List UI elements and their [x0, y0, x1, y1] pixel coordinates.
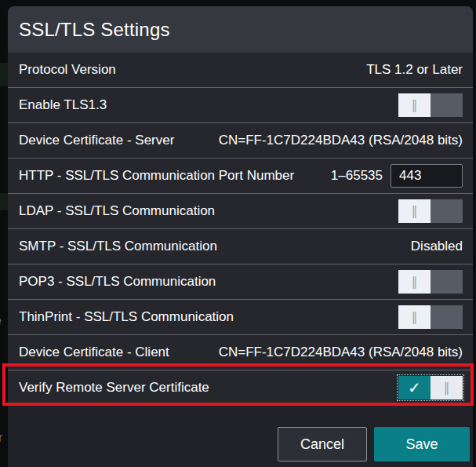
ssl-tls-settings-dialog: SSL/TLS Settings Protocol Version TLS 1.… [8, 6, 473, 467]
row-value: Disabled [411, 239, 463, 254]
toggle-right-segment: ‖ [431, 270, 463, 294]
settings-row[interactable]: SMTP - SSL/TLS Communication Disabled [8, 229, 473, 265]
row-label: ThinPrint - SSL/TLS Communication [19, 309, 398, 325]
background-artifact [0, 63, 8, 86]
row-label: HTTP - SSL/TLS Communication Port Number [19, 168, 331, 184]
toggle-right-segment: ‖ [431, 305, 463, 329]
grip-icon: ‖ [412, 276, 418, 288]
dialog-header: SSL/TLS Settings [8, 6, 473, 53]
dialog-title: SSL/TLS Settings [19, 19, 170, 41]
row-value: TLS 1.2 or Later [366, 62, 463, 78]
settings-row[interactable]: Verify Remote Server Certificate ✓ ‖ ‖ [8, 370, 473, 406]
row-label: POP3 - SSL/TLS Communication [19, 274, 398, 290]
toggle-left-segment: ✓ ‖ [398, 305, 431, 329]
grip-icon: ‖ [412, 100, 418, 111]
toggle-switch[interactable]: ✓ ‖ ‖ [398, 270, 463, 294]
settings-list: Protocol Version TLS 1.2 or Later Enable… [8, 53, 473, 406]
port-input[interactable] [391, 164, 463, 188]
toggle-right-segment: ‖ [431, 199, 463, 223]
toggle-right-segment: ‖ [431, 376, 463, 400]
row-label: Enable TLS1.3 [19, 97, 398, 113]
row-label: LDAP - SSL/TLS Communication [19, 203, 398, 219]
grip-icon: ‖ [444, 382, 450, 394]
settings-row[interactable]: LDAP - SSL/TLS Communication ✓ ‖ ‖ [8, 194, 473, 229]
row-label: SMTP - SSL/TLS Communication [19, 239, 411, 254]
row-label: Device Certificate - Server [19, 133, 219, 148]
row-value: CN=FF-1C7D224BDA43 (RSA/2048 bits) [219, 133, 463, 148]
toggle-left-segment: ✓ ‖ [398, 93, 431, 117]
check-icon: ✓ [408, 380, 421, 396]
settings-row[interactable]: Enable TLS1.3 ✓ ‖ ‖ [8, 88, 473, 123]
settings-row[interactable]: Device Certificate - Client CN=FF-1C7D22… [8, 335, 473, 370]
background-text-fragment: e [0, 314, 2, 328]
settings-row[interactable]: POP3 - SSL/TLS Communication ✓ ‖ ‖ [8, 265, 473, 300]
background-artifact [0, 193, 8, 210]
toggle-left-segment: ✓ ‖ [398, 376, 431, 400]
row-value: CN=FF-1C7D224BDA43 (RSA/2048 bits) [219, 345, 463, 360]
grip-icon: ‖ [412, 312, 418, 323]
settings-row[interactable]: HTTP - SSL/TLS Communication Port Number… [8, 159, 473, 194]
row-label: Device Certificate - Client [19, 345, 219, 360]
settings-row[interactable]: ThinPrint - SSL/TLS Communication ✓ ‖ ‖ [8, 300, 473, 335]
toggle-switch[interactable]: ✓ ‖ ‖ [398, 305, 463, 329]
toggle-right-segment: ‖ [431, 93, 463, 117]
settings-row[interactable]: Protocol Version TLS 1.2 or Later [8, 53, 473, 88]
port-range-label: 1–65535 [331, 168, 383, 184]
toggle-switch[interactable]: ✓ ‖ ‖ [398, 199, 463, 223]
toggle-left-segment: ✓ ‖ [398, 270, 431, 294]
save-button[interactable]: Save [374, 427, 470, 462]
toggle-switch[interactable]: ✓ ‖ ‖ [398, 93, 463, 117]
cancel-button[interactable]: Cancel [278, 427, 367, 462]
grip-icon: ‖ [412, 206, 418, 217]
toggle-switch[interactable]: ✓ ‖ ‖ [398, 376, 463, 400]
background-text-fragment: er [0, 431, 2, 445]
settings-row[interactable]: Device Certificate - Server CN=FF-1C7D22… [8, 123, 473, 159]
toggle-left-segment: ✓ ‖ [398, 199, 431, 223]
row-label: Protocol Version [19, 62, 366, 78]
dialog-footer: Cancel Save [8, 406, 473, 467]
row-label: Verify Remote Server Certificate [19, 380, 398, 396]
